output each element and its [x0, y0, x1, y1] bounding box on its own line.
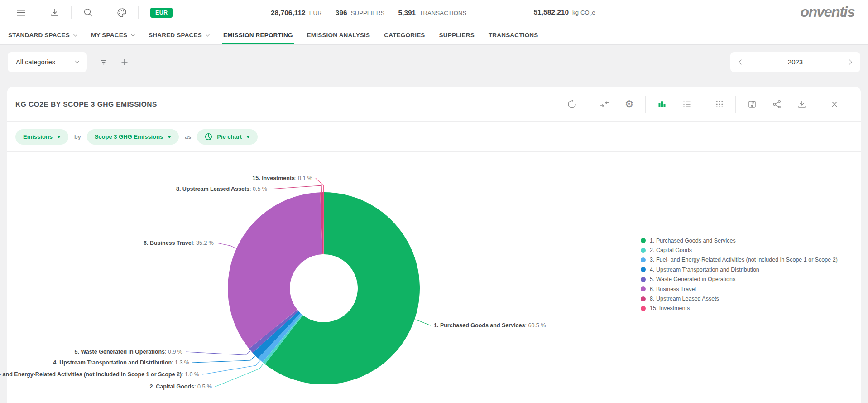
- legend-item[interactable]: 1. Purchased Goods and Services: [641, 236, 838, 245]
- slice-label: 2. Capital Goods: 0.5 %: [149, 384, 212, 390]
- close-button[interactable]: [826, 96, 843, 113]
- filter-bar: All categories 2023: [0, 45, 868, 79]
- category-select-value: All categories: [16, 58, 55, 66]
- stat-label: TRANSACTIONS: [419, 10, 466, 16]
- legend-dot: [641, 296, 646, 301]
- chevron-down-icon: [131, 32, 135, 36]
- slice-label: 3. Fuel- and Energy-Related Activities (…: [0, 371, 199, 378]
- slice-label: 5. Waste Generated in Operations: 0.9 %: [74, 349, 182, 355]
- year-label: 2023: [788, 58, 803, 66]
- leader-line: [217, 243, 236, 248]
- refresh-button[interactable]: [563, 96, 580, 113]
- measure-chip[interactable]: Emissions: [15, 129, 68, 145]
- tab-standard-spaces[interactable]: STANDARD SPACES: [8, 25, 77, 44]
- tab-label: MY SPACES: [91, 32, 127, 39]
- onventis-logo: onventis: [800, 4, 854, 20]
- legend-label: 15. Investments: [650, 305, 690, 311]
- legend-item[interactable]: 4. Upstream Transportation and Distribut…: [641, 265, 838, 274]
- query-connector-by: by: [74, 134, 81, 140]
- leader-line: [415, 320, 431, 325]
- list-view-button[interactable]: [678, 96, 695, 113]
- legend-label: 1. Purchased Goods and Services: [650, 238, 736, 244]
- settings-icon: ⚙: [625, 99, 634, 109]
- query-connector-as: as: [185, 134, 191, 140]
- stat-value: 51,582,210: [534, 8, 569, 16]
- legend-item[interactable]: 15. Investments: [641, 304, 838, 313]
- add-icon-button[interactable]: [114, 52, 135, 72]
- legend-item[interactable]: 3. Fuel- and Energy-Related Activities (…: [641, 255, 838, 265]
- tab-suppliers[interactable]: SUPPLIERS: [439, 25, 475, 44]
- download-button[interactable]: [793, 96, 810, 113]
- tab-label: STANDARD SPACES: [8, 32, 70, 39]
- download-icon-button[interactable]: [38, 0, 71, 25]
- tab-shared-spaces[interactable]: SHARED SPACES: [149, 25, 209, 44]
- legend-label: 3. Fuel- and Energy-Related Activities (…: [650, 257, 838, 263]
- save-icon: [748, 100, 757, 109]
- stat-value: 28,706,112: [271, 9, 306, 17]
- legend-dot: [641, 277, 646, 282]
- legend-item[interactable]: 5. Waste Generated in Operations: [641, 275, 838, 284]
- collapse-button[interactable]: [596, 96, 613, 113]
- tab-label: CATEGORIES: [384, 32, 425, 39]
- tab-label: EMISSION ANALYSIS: [307, 32, 370, 39]
- search-icon-button[interactable]: [72, 0, 105, 25]
- legend-item[interactable]: 2. Capital Goods: [641, 245, 838, 255]
- stat-label: SUPPLIERS: [351, 10, 385, 16]
- list-view-icon: [682, 100, 691, 109]
- legend-dot: [641, 257, 646, 262]
- category-select[interactable]: All categories: [8, 52, 87, 72]
- grid-view-button[interactable]: [711, 96, 728, 113]
- widget-toolbar: ⚙: [559, 96, 847, 113]
- leader-line: [215, 364, 264, 387]
- download-icon: [50, 8, 60, 18]
- widget-title: KG CO2E BY SCOPE 3 GHG EMISSIONS: [15, 100, 157, 108]
- save-button[interactable]: [743, 96, 760, 113]
- stat-suppliers: 396SUPPLIERS: [336, 9, 385, 17]
- slice-label: 6. Business Travel: 35.2 %: [144, 240, 214, 246]
- stat-label: EUR: [309, 10, 322, 16]
- collapse-icon: [599, 99, 609, 109]
- next-year-button[interactable]: [846, 58, 853, 66]
- download-icon: [797, 99, 807, 109]
- leader-line: [202, 361, 260, 374]
- refresh-icon: [567, 99, 577, 109]
- settings-button[interactable]: ⚙: [621, 96, 638, 113]
- legend-label: 4. Upstream Transportation and Distribut…: [650, 267, 759, 273]
- stat-eur: 28,706,112EUR: [271, 9, 322, 17]
- legend-dot: [641, 238, 646, 243]
- dimension-chip[interactable]: Scope 3 GHG Emissions: [87, 129, 179, 145]
- dimension-chip-label: Scope 3 GHG Emissions: [95, 133, 163, 140]
- currency-badge[interactable]: EUR: [150, 8, 173, 18]
- widget-header: KG CO2E BY SCOPE 3 GHG EMISSIONS ⚙: [7, 87, 861, 122]
- legend-item[interactable]: 8. Upstream Leased Assets: [641, 294, 838, 303]
- app-screen: EUR 28,706,112EUR396SUPPLIERS5,391TRANSA…: [0, 0, 868, 403]
- chart-view-button[interactable]: [653, 96, 670, 113]
- prev-year-button[interactable]: [738, 58, 745, 66]
- tab-categories[interactable]: CATEGORIES: [384, 25, 425, 44]
- legend-dot: [641, 306, 646, 311]
- filter-icon-button[interactable]: [93, 52, 114, 72]
- search-icon: [83, 7, 93, 18]
- legend-label: 2. Capital Goods: [650, 247, 692, 253]
- divider: [818, 96, 818, 113]
- legend-dot: [641, 248, 646, 253]
- divider: [588, 96, 588, 113]
- year-selector: 2023: [730, 52, 860, 72]
- tab-emission-reporting[interactable]: EMISSION REPORTING: [223, 25, 293, 44]
- kpi-stats: 28,706,112EUR396SUPPLIERS5,391TRANSACTIO…: [271, 0, 595, 25]
- legend-label: 5. Waste Generated in Operations: [650, 276, 735, 282]
- tab-my-spaces[interactable]: MY SPACES: [91, 25, 134, 44]
- palette-icon-button[interactable]: [105, 0, 138, 25]
- tab-emission-analysis[interactable]: EMISSION ANALYSIS: [307, 25, 370, 44]
- chevron-right-icon: [847, 59, 852, 64]
- chart-legend: 1. Purchased Goods and Services2. Capita…: [641, 236, 838, 313]
- main-nav: STANDARD SPACESMY SPACESSHARED SPACESEMI…: [0, 25, 868, 45]
- chart-type-chip[interactable]: Pie chart: [197, 129, 258, 145]
- divider: [703, 96, 703, 113]
- menu-icon-button[interactable]: [5, 0, 38, 25]
- share-button[interactable]: [768, 96, 785, 113]
- divider: [138, 6, 139, 19]
- legend-item[interactable]: 6. Business Travel: [641, 284, 838, 294]
- tab-transactions[interactable]: TRANSACTIONS: [489, 25, 538, 44]
- measure-chip-label: Emissions: [23, 133, 53, 140]
